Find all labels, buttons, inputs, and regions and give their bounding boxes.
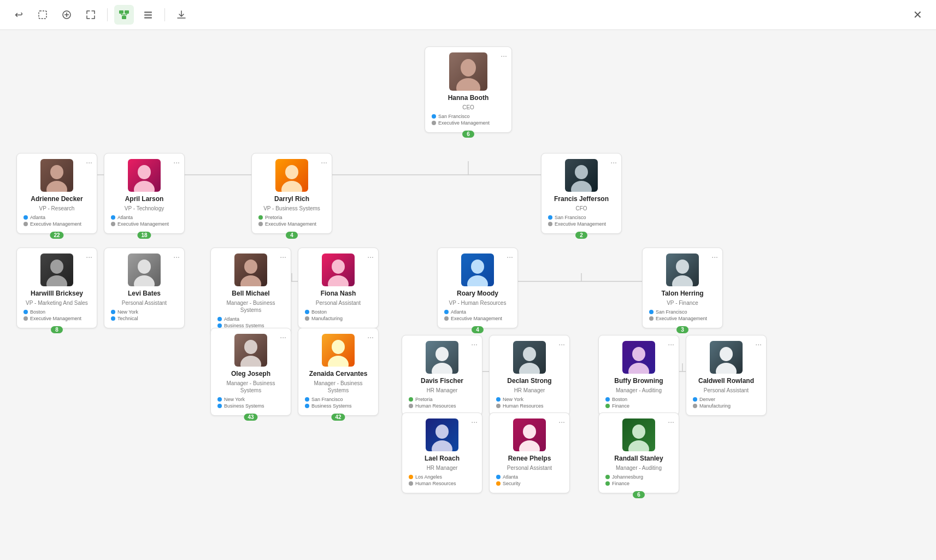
more-options-caldwell[interactable]: ···	[755, 340, 762, 349]
svg-point-81	[628, 440, 649, 451]
node-oleg-joseph[interactable]: ··· Oleg Joseph Manager - Business Syste…	[210, 328, 291, 416]
node-harwilll-bricksey[interactable]: ··· Harwilll Bricksey VP - Marketing And…	[16, 247, 97, 328]
node-randall-stanley[interactable]: ··· Randall Stanley Manager - Auditing J…	[598, 412, 679, 493]
node-lael-roach[interactable]: ··· Lael Roach HR Manager Los Angeles Hu…	[402, 412, 482, 493]
name-roary: Roary Moody	[444, 290, 511, 298]
node-roary-moody[interactable]: ··· Roary Moody VP - Human Resources Atl…	[437, 247, 518, 328]
svg-point-51	[571, 181, 592, 192]
svg-point-65	[467, 275, 488, 286]
node-hanna-booth[interactable]: ··· Hanna Booth CEO San Francisco Execut…	[425, 46, 512, 133]
badge-oleg: 43	[244, 414, 257, 421]
node-davis-fischer[interactable]: ··· Davis Fischer HR Manager Pretoria Hu…	[402, 335, 482, 416]
org-chart-canvas: ··· Hanna Booth CEO San Francisco Execut…	[0, 30, 936, 79]
name-hanna: Hanna Booth	[432, 94, 505, 103]
more-options-buffy[interactable]: ···	[668, 340, 674, 349]
more-options-francis[interactable]: ···	[610, 158, 617, 167]
name-bell: Bell Michael	[217, 290, 284, 298]
svg-point-55	[134, 275, 155, 286]
svg-point-63	[328, 356, 349, 367]
svg-rect-12	[144, 14, 152, 16]
svg-point-62	[332, 340, 345, 354]
badge-zenaida: 42	[331, 414, 345, 421]
node-renee-phelps[interactable]: ··· Renee Phelps Personal Assistant Atla…	[489, 412, 570, 493]
node-declan-strong[interactable]: ··· Declan Strong HR Manager New York Hu…	[489, 335, 570, 416]
more-options-april[interactable]: ···	[173, 158, 180, 167]
add-button[interactable]	[57, 5, 76, 25]
more-options-oleg[interactable]: ···	[280, 333, 286, 341]
svg-point-52	[50, 260, 63, 274]
node-talon-herring[interactable]: ··· Talon Herring VP - Finance San Franc…	[642, 247, 723, 328]
badge-talon: 3	[676, 326, 688, 333]
download-button[interactable]	[172, 5, 191, 25]
avatar-caldwell	[710, 341, 743, 374]
node-buffy-browning[interactable]: ··· Buffy Browning Manager - Auditing Bo…	[598, 335, 679, 416]
more-options-talon[interactable]: ···	[711, 252, 718, 261]
close-button[interactable]: ✕	[908, 5, 927, 25]
more-options-fiona[interactable]: ···	[367, 252, 374, 261]
view-list-button[interactable]	[138, 5, 158, 25]
svg-point-67	[672, 275, 693, 286]
more-options-levi[interactable]: ···	[173, 252, 180, 261]
more-options-davis[interactable]: ···	[471, 340, 478, 349]
view-orgchart-button[interactable]	[114, 5, 134, 25]
role-fiona: Personal Assistant	[305, 299, 372, 306]
separator2	[164, 8, 165, 21]
node-caldwell-rowland[interactable]: ··· Caldwell Rowland Personal Assistant …	[686, 335, 767, 416]
more-options-lael[interactable]: ···	[471, 417, 478, 426]
node-francis-jefferson[interactable]: ··· Francis Jefferson CFO San Francisco …	[541, 153, 622, 234]
svg-point-80	[632, 425, 645, 439]
node-levi-bates[interactable]: ··· Levi Bates Personal Assistant New Yo…	[104, 247, 185, 328]
svg-point-78	[720, 347, 733, 361]
svg-point-79	[716, 363, 737, 374]
name-levi: Levi Bates	[111, 290, 178, 298]
name-darryl: Darryl Rich	[258, 195, 325, 204]
role-harwilll: VP - Marketing And Sales	[23, 299, 90, 306]
node-bell-michael[interactable]: ··· Bell Michael Manager - Business Syst…	[210, 247, 291, 335]
svg-point-76	[632, 347, 645, 361]
name-harwilll: Harwilll Bricksey	[23, 290, 90, 298]
avatar-renee	[513, 418, 546, 451]
more-options-adrienne[interactable]: ···	[86, 158, 92, 167]
node-april-larson[interactable]: ··· April Larson VP - Technology Atlanta…	[104, 153, 185, 234]
avatar-oleg	[234, 334, 267, 367]
svg-point-58	[332, 260, 345, 274]
svg-point-74	[523, 425, 536, 439]
undo-button[interactable]: ↩	[9, 5, 28, 25]
name-randall: Randall Stanley	[605, 455, 672, 463]
role-levi: Personal Assistant	[111, 299, 178, 306]
svg-rect-0	[39, 11, 46, 19]
name-buffy: Buffy Browning	[605, 377, 672, 386]
name-oleg: Oleg Joseph	[217, 370, 284, 379]
more-options-harwilll[interactable]: ···	[86, 252, 92, 261]
name-fiona: Fiona Nash	[305, 290, 372, 298]
more-options-zenaida[interactable]: ···	[367, 333, 374, 341]
name-francis: Francis Jefferson	[548, 195, 615, 204]
avatar-bell	[234, 254, 267, 286]
svg-point-71	[519, 363, 540, 374]
more-options-randall[interactable]: ···	[668, 417, 674, 426]
svg-rect-4	[119, 10, 123, 14]
expand-button[interactable]	[81, 5, 101, 25]
svg-point-70	[523, 347, 536, 361]
svg-point-49	[281, 181, 302, 192]
node-fiona-nash[interactable]: ··· Fiona Nash Personal Assistant Boston…	[298, 247, 379, 328]
svg-rect-6	[122, 16, 126, 19]
node-adrienne-decker[interactable]: ··· Adrienne Decker VP - Research Atlant…	[16, 153, 97, 234]
location-text: San Francisco	[438, 114, 470, 119]
svg-point-47	[134, 181, 155, 192]
node-zenaida-cervantes[interactable]: ··· Zenaida Cervantes Manager - Business…	[298, 328, 379, 416]
more-options-roary[interactable]: ···	[507, 252, 513, 261]
more-options-declan[interactable]: ···	[558, 340, 565, 349]
node-darryl-rich[interactable]: ··· Darryl Rich VP - Business Systems Pr…	[251, 153, 332, 234]
svg-point-61	[240, 356, 261, 367]
avatar-lael	[426, 418, 458, 451]
more-options-darryl[interactable]: ···	[321, 158, 327, 167]
name-caldwell: Caldwell Rowland	[693, 377, 760, 386]
name-adrienne: Adrienne Decker	[23, 195, 90, 204]
svg-rect-11	[144, 11, 152, 13]
more-options-bell[interactable]: ···	[280, 252, 286, 261]
more-options-renee[interactable]: ···	[558, 417, 565, 426]
more-options-button[interactable]: ···	[501, 51, 507, 60]
badge-harwilll: 8	[51, 326, 63, 333]
select-button[interactable]	[33, 5, 52, 25]
